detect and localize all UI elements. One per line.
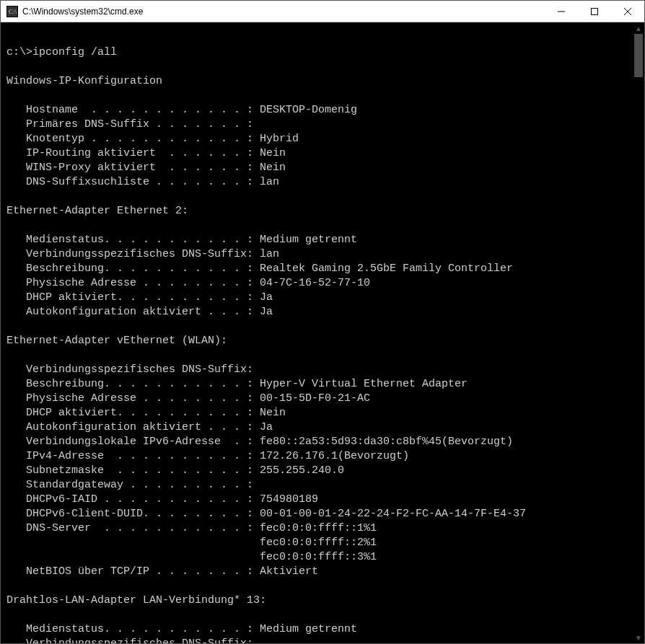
window-title: C:\Windows\system32\cmd.exe [22, 6, 545, 17]
maximize-button[interactable] [578, 1, 611, 22]
scrollbar[interactable]: ▲ ▼ [633, 22, 644, 643]
svg-rect-4 [592, 8, 598, 14]
terminal-area[interactable]: c:\>ipconfig /all Windows-IP-Konfigurati… [1, 22, 644, 643]
scroll-thumb[interactable] [634, 34, 643, 77]
scroll-up-icon[interactable]: ▲ [633, 22, 644, 34]
minimize-button[interactable] [545, 1, 578, 22]
svg-text:C:\: C:\ [9, 8, 17, 15]
cmd-icon: C:\ [6, 6, 18, 17]
window-controls [545, 1, 644, 22]
titlebar[interactable]: C:\ C:\Windows\system32\cmd.exe [1, 1, 644, 22]
terminal-output[interactable]: c:\>ipconfig /all Windows-IP-Konfigurati… [1, 22, 644, 643]
scroll-down-icon[interactable]: ▼ [633, 632, 644, 643]
close-button[interactable] [611, 1, 644, 22]
